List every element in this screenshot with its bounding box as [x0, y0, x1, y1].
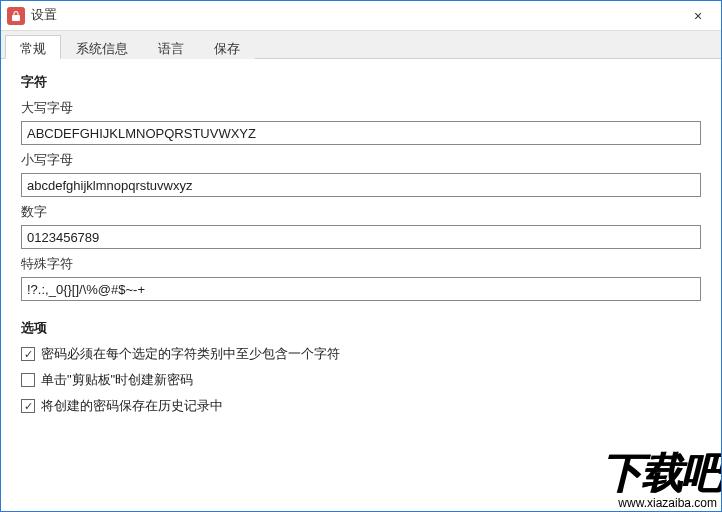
- uppercase-input[interactable]: [21, 121, 701, 145]
- tab-general[interactable]: 常规: [5, 35, 61, 59]
- window-title: 设置: [31, 7, 57, 24]
- content-area: 字符 大写字母 小写字母 数字 特殊字符 选项 密码必须在每个选定的字符类别中至…: [1, 59, 721, 433]
- app-icon: [7, 7, 25, 25]
- checkbox-3[interactable]: [21, 399, 35, 413]
- option-3-label: 将创建的密码保存在历史记录中: [41, 397, 223, 415]
- option-save-history[interactable]: 将创建的密码保存在历史记录中: [21, 397, 701, 415]
- lowercase-label: 小写字母: [21, 151, 701, 169]
- watermark-url: www.xiazaiba.com: [601, 495, 721, 511]
- checkbox-1[interactable]: [21, 347, 35, 361]
- titlebar: 设置 ×: [1, 1, 721, 31]
- uppercase-label: 大写字母: [21, 99, 701, 117]
- checkbox-2[interactable]: [21, 373, 35, 387]
- option-require-each-category[interactable]: 密码必须在每个选定的字符类别中至少包含一个字符: [21, 345, 701, 363]
- option-2-label: 单击"剪贴板"时创建新密码: [41, 371, 193, 389]
- tab-save[interactable]: 保存: [199, 35, 255, 59]
- special-label: 特殊字符: [21, 255, 701, 273]
- lowercase-input[interactable]: [21, 173, 701, 197]
- chars-heading: 字符: [21, 73, 701, 91]
- options-heading: 选项: [21, 319, 701, 337]
- tab-system-info[interactable]: 系统信息: [61, 35, 143, 59]
- digits-input[interactable]: [21, 225, 701, 249]
- special-input[interactable]: [21, 277, 701, 301]
- digits-label: 数字: [21, 203, 701, 221]
- watermark-text: 下载吧: [601, 449, 721, 496]
- options-section: 选项 密码必须在每个选定的字符类别中至少包含一个字符 单击"剪贴板"时创建新密码…: [21, 319, 701, 415]
- lock-icon: [10, 10, 22, 22]
- option-clipboard-new-password[interactable]: 单击"剪贴板"时创建新密码: [21, 371, 701, 389]
- tab-strip: 常规 系统信息 语言 保存: [1, 31, 721, 59]
- option-1-label: 密码必须在每个选定的字符类别中至少包含一个字符: [41, 345, 340, 363]
- tab-language[interactable]: 语言: [143, 35, 199, 59]
- watermark: 下载吧 www.xiazaiba.com: [601, 445, 721, 511]
- close-button[interactable]: ×: [675, 1, 721, 31]
